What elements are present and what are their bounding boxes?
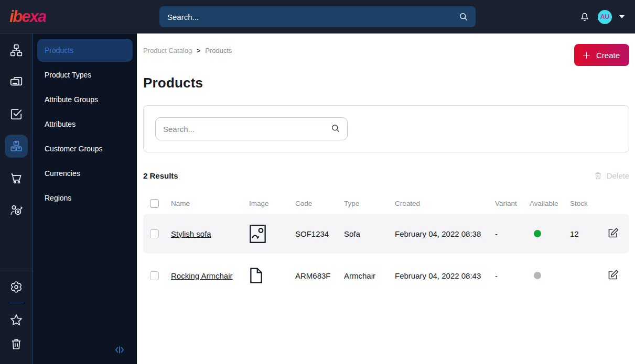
product-variant: - [495,229,530,238]
icon-rail [0,34,33,364]
app-window: ibexa AU [0,0,635,364]
pages-icon [9,75,23,89]
top-bar: ibexa AU [0,0,635,34]
products-table: Name Image Code Type Created Variant Ava… [143,193,629,295]
content-tree-icon [9,43,23,57]
sidebar-item-attributes[interactable]: Attributes [37,113,133,136]
sidebar-item-regions[interactable]: Regions [37,186,133,209]
topbar-actions: AU [579,0,625,34]
edit-icon[interactable] [607,269,619,281]
trash-icon [594,171,602,180]
gear-icon [9,280,23,294]
breadcrumb-products[interactable]: Products [205,47,232,54]
star-icon [9,313,23,327]
product-type: Armchair [344,271,395,280]
results-count: 2 Results [143,171,178,180]
column-header-name: Name [171,200,249,207]
search-icon[interactable] [330,123,341,134]
column-header-variant: Variant [495,200,530,207]
table-header-row: Name Image Code Type Created Variant Ava… [143,193,629,214]
rail-item-settings[interactable] [5,277,28,297]
delete-button[interactable]: Delete [594,171,629,180]
product-created: February 04, 2022 08:38 [395,229,495,238]
filter-card [143,105,629,152]
product-stock: 12 [570,229,607,238]
image-icon [249,224,266,244]
global-search-input[interactable] [159,6,476,27]
product-type: Sofa [344,229,395,238]
product-variant: - [495,271,530,280]
customer-target-icon [9,203,23,217]
sidebar-item-product-types[interactable]: Product Types [37,63,133,86]
sidebar-item-products[interactable]: Products [37,39,133,62]
rail-footer [0,269,33,364]
global-search [159,6,476,27]
notifications-bell-icon[interactable] [579,11,590,23]
rail-item-bookmarks[interactable] [5,310,28,330]
rail-item-trash[interactable] [5,334,28,355]
column-header-type: Type [344,200,395,207]
trash-icon [9,337,23,351]
column-header-image: Image [249,200,295,207]
rail-item-pages[interactable] [5,71,28,94]
product-code: SOF1234 [295,229,344,238]
rail-item-commerce[interactable] [5,167,28,190]
column-header-code: Code [295,200,344,207]
create-button[interactable]: Create [574,44,629,66]
product-search [155,117,348,140]
sidebar-item-attribute-groups[interactable]: Attribute Groups [37,88,133,111]
availability-dot-gray [534,272,541,279]
product-name-link[interactable]: Rocking Armchair [171,271,249,280]
results-toolbar: 2 Results Delete [143,171,629,180]
rail-item-content-tree[interactable] [5,39,28,62]
rail-item-customers[interactable] [5,198,28,222]
rail-item-product-catalog[interactable] [5,135,28,158]
table-row[interactable]: Rocking Armchair ARM683F Armchair Februa… [143,256,629,295]
product-search-input[interactable] [155,117,348,140]
plus-icon [582,50,591,60]
breadcrumb-product-catalog[interactable]: Product Catalog [143,47,192,54]
table-row[interactable]: Stylish sofa SOF1234 Sofa February 04, 2… [143,214,629,253]
user-avatar[interactable]: AU [598,10,612,24]
product-code: ARM683F [295,271,344,280]
sidebar-collapse-icon[interactable] [114,344,125,356]
search-icon[interactable] [458,12,469,22]
availability-dot-green [534,230,541,237]
breadcrumb: Product Catalog > Products [143,47,232,54]
file-icon [249,267,263,284]
ibexa-logo[interactable]: ibexa [9,8,46,25]
product-created: February 04, 2022 08:43 [395,271,495,280]
shopping-cart-icon [9,171,23,185]
product-catalog-boxes-icon [9,139,23,153]
breadcrumb-separator: > [197,47,200,54]
user-menu-caret-icon[interactable] [619,15,625,18]
page-header-row: Product Catalog > Products Create [143,44,629,66]
column-header-created: Created [395,200,495,207]
sidebar-item-customer-groups[interactable]: Customer Groups [37,137,133,160]
select-all-checkbox[interactable] [150,199,159,208]
create-button-label: Create [596,51,620,60]
rail-item-tasks[interactable] [5,103,28,126]
rail-divider [9,303,24,303]
tasks-icon [9,107,23,121]
column-header-available: Available [530,200,570,207]
sidebar-item-currencies[interactable]: Currencies [37,162,133,185]
page-title: Products [143,75,629,91]
row-checkbox[interactable] [150,271,159,280]
row-checkbox[interactable] [150,229,159,238]
main-content: Product Catalog > Products Create Produc… [137,34,635,364]
edit-icon[interactable] [607,227,619,239]
product-name-link[interactable]: Stylish sofa [171,229,249,238]
section-sidebar: Products Product Types Attribute Groups … [33,34,137,364]
column-header-stock: Stock [570,200,607,207]
delete-button-label: Delete [607,171,629,180]
